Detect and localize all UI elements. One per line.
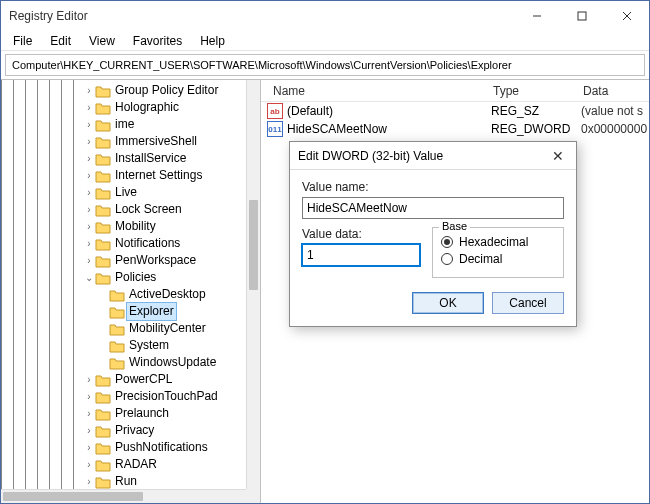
tree-pane: ›Group Policy Editor›Holographic›ime›Imm… (1, 80, 261, 503)
list-row[interactable]: ab(Default)REG_SZ(value not s (261, 102, 649, 120)
edit-dword-dialog: Edit DWORD (32-bit) Value ✕ Value name: … (289, 141, 577, 327)
tree-node[interactable]: ›Notifications (83, 235, 246, 252)
reg-dword-icon: 011 (267, 121, 283, 137)
close-button[interactable] (604, 1, 649, 31)
tree-node[interactable]: ›PowerCPL (83, 371, 246, 388)
radio-decimal[interactable]: Decimal (441, 252, 555, 266)
tree-node[interactable]: Explorer (97, 303, 246, 320)
col-name[interactable]: Name (267, 84, 487, 98)
tree-node[interactable]: ›PrecisionTouchPad (83, 388, 246, 405)
radio-hex-label: Hexadecimal (459, 235, 528, 249)
value-data-input[interactable] (302, 244, 420, 266)
radio-hex-icon (441, 236, 453, 248)
col-type[interactable]: Type (487, 84, 577, 98)
tree-node[interactable]: ›PenWorkspace (83, 252, 246, 269)
menu-favorites[interactable]: Favorites (125, 33, 190, 49)
tree-node[interactable]: System (97, 337, 246, 354)
window-controls (514, 1, 649, 31)
menu-help[interactable]: Help (192, 33, 233, 49)
base-group: Base Hexadecimal Decimal (432, 227, 564, 278)
radio-hexadecimal[interactable]: Hexadecimal (441, 235, 555, 249)
minimize-button[interactable] (514, 1, 559, 31)
cancel-button[interactable]: Cancel (492, 292, 564, 314)
svg-rect-1 (578, 12, 586, 20)
tree-node[interactable]: ›ime (83, 116, 246, 133)
address-bar[interactable]: Computer\HKEY_CURRENT_USER\SOFTWARE\Micr… (5, 54, 645, 76)
tree-node[interactable]: ›Group Policy Editor (83, 82, 246, 99)
value-name-input[interactable] (302, 197, 564, 219)
titlebar: Registry Editor (1, 1, 649, 31)
tree-node[interactable]: ›Holographic (83, 99, 246, 116)
address-text: Computer\HKEY_CURRENT_USER\SOFTWARE\Micr… (12, 59, 512, 71)
tree-node[interactable]: ›Internet Settings (83, 167, 246, 184)
tree-node[interactable]: MobilityCenter (97, 320, 246, 337)
tree-vertical-scrollbar[interactable] (246, 80, 260, 489)
menubar: File Edit View Favorites Help (1, 31, 649, 51)
menu-edit[interactable]: Edit (42, 33, 79, 49)
tree-node[interactable]: ›RADAR (83, 456, 246, 473)
col-data[interactable]: Data (577, 84, 649, 98)
menu-view[interactable]: View (81, 33, 123, 49)
tree-node[interactable]: ›Prelaunch (83, 405, 246, 422)
dialog-titlebar: Edit DWORD (32-bit) Value ✕ (290, 142, 576, 170)
radio-dec-label: Decimal (459, 252, 502, 266)
maximize-button[interactable] (559, 1, 604, 31)
value-name-label: Value name: (302, 180, 564, 194)
ok-button[interactable]: OK (412, 292, 484, 314)
reg-sz-icon: ab (267, 103, 283, 119)
tree-node[interactable]: ›InstallService (83, 150, 246, 167)
scroll-corner (246, 489, 260, 503)
tree-node[interactable]: ›Run (83, 473, 246, 489)
tree-node[interactable]: ›ImmersiveShell (83, 133, 246, 150)
tree-node[interactable]: ›Lock Screen (83, 201, 246, 218)
tree-node[interactable]: ActiveDesktop (97, 286, 246, 303)
tree-node[interactable]: ›Privacy (83, 422, 246, 439)
registry-editor-window: Registry Editor File Edit View Favorites… (0, 0, 650, 504)
dialog-title: Edit DWORD (32-bit) Value (298, 149, 548, 163)
menu-file[interactable]: File (5, 33, 40, 49)
tree-node-policies[interactable]: ⌄Policies (83, 269, 246, 286)
window-title: Registry Editor (9, 9, 514, 23)
tree-horizontal-scrollbar[interactable] (1, 489, 246, 503)
tree-node[interactable]: ›Mobility (83, 218, 246, 235)
tree-node[interactable]: WindowsUpdate (97, 354, 246, 371)
value-data-label: Value data: (302, 227, 420, 241)
dialog-close-button[interactable]: ✕ (548, 148, 568, 164)
base-legend: Base (439, 220, 470, 232)
radio-dec-icon (441, 253, 453, 265)
tree-node[interactable]: ›Live (83, 184, 246, 201)
list-row[interactable]: 011HideSCAMeetNowREG_DWORD0x00000000 (261, 120, 649, 138)
list-header: Name Type Data (261, 80, 649, 102)
tree-node[interactable]: ›PushNotifications (83, 439, 246, 456)
